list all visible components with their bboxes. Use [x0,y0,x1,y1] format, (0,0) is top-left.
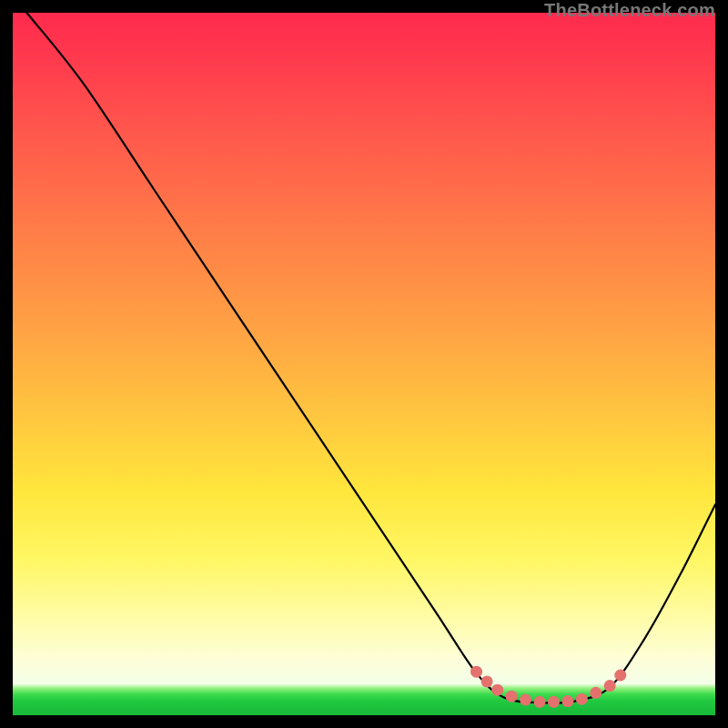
valley-dot [604,680,616,692]
valley-dot [534,696,546,708]
valley-dot [548,696,560,708]
valley-dot [481,675,493,687]
valley-dot [520,694,531,706]
valley-dot [576,693,588,705]
main-curve [26,13,715,703]
watermark-text: TheBottleneck.com [544,0,715,21]
valley-dot [590,687,602,699]
valley-dot [470,666,482,678]
valley-dots [470,666,626,708]
valley-dot [561,695,573,707]
valley-dot [506,691,518,703]
chart-frame: TheBottleneck.com [0,0,728,728]
valley-dot [491,684,503,696]
valley-dot [614,669,626,681]
chart-svg [13,13,715,715]
plot-area [13,13,715,715]
